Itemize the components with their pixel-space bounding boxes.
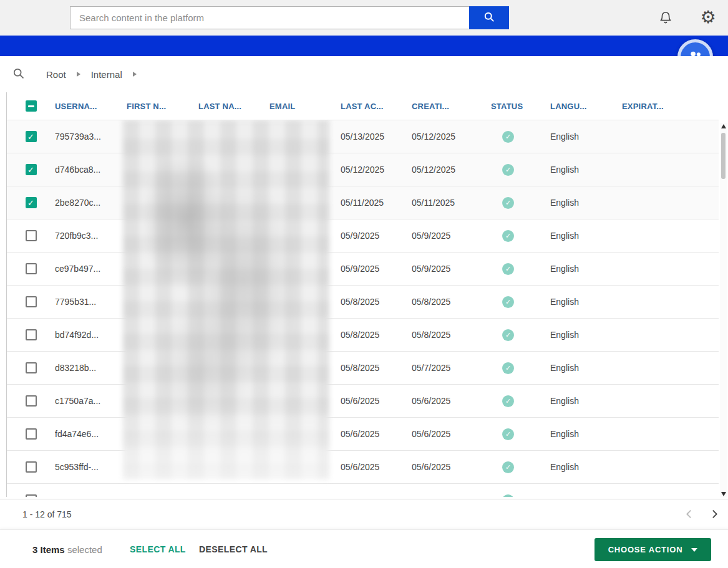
page: ⚙ Root Internal xyxy=(0,0,728,568)
check-circle-icon xyxy=(502,131,514,143)
selected-count-text: 3 Items selected xyxy=(32,544,102,554)
row-checkbox[interactable] xyxy=(26,494,37,497)
table-row[interactable]: 795739a3... 05/13/2025 05/12/2025 Englis… xyxy=(7,120,719,153)
breadcrumb-item-root[interactable]: Root xyxy=(46,69,66,80)
search-input[interactable] xyxy=(70,6,469,29)
row-checkbox[interactable] xyxy=(26,131,37,142)
row-language: English xyxy=(550,231,622,241)
search-icon xyxy=(12,72,25,82)
caret-down-icon xyxy=(691,548,697,552)
row-last-access: 05/6/2025 xyxy=(341,429,412,439)
table-row[interactable]: d83218b... 05/8/2025 05/7/2025 English xyxy=(7,351,719,384)
row-language: English xyxy=(550,198,622,208)
row-checkbox[interactable] xyxy=(26,296,37,307)
row-last-access: 05/6/2025 xyxy=(341,396,412,406)
row-language: English xyxy=(550,132,622,142)
column-header-creation[interactable]: CREATI... xyxy=(412,102,485,111)
scroll-down-arrow-icon[interactable] xyxy=(721,492,726,496)
column-header-expiration[interactable]: EXPIRAT... xyxy=(622,102,719,111)
row-creation: 05/8/2025 xyxy=(412,330,485,340)
pagination-range: 1 - 12 of 715 xyxy=(22,509,72,519)
row-language: English xyxy=(550,462,622,472)
row-last-access: 05/13/2025 xyxy=(341,132,412,142)
chevron-left-icon xyxy=(684,509,694,521)
chevron-right-icon xyxy=(133,72,137,77)
table-row[interactable]: bd74f92d... 05/8/2025 05/8/2025 English xyxy=(7,318,719,351)
row-creation: 05/6/2025 xyxy=(412,462,485,472)
row-checkbox[interactable] xyxy=(26,164,37,175)
row-language: English xyxy=(550,264,622,274)
column-header-last-access[interactable]: LAST AC... xyxy=(341,102,412,111)
table-row[interactable]: 720fb9c3... 05/9/2025 05/9/2025 English xyxy=(7,219,719,252)
table-row[interactable]: 7795b31... 05/8/2025 05/8/2025 English xyxy=(7,285,719,318)
previous-page-button[interactable] xyxy=(681,507,697,523)
select-all-button[interactable]: SELECT ALL xyxy=(130,544,186,554)
row-username: 795739a3... xyxy=(55,132,127,142)
row-language: English xyxy=(550,363,622,373)
check-circle-icon xyxy=(502,395,514,407)
row-last-access: 05/6/2025 xyxy=(341,462,412,472)
row-language: English xyxy=(550,165,622,175)
row-creation: 05/6/2025 xyxy=(412,429,485,439)
row-checkbox[interactable] xyxy=(26,362,37,373)
breadcrumb: Root Internal xyxy=(46,56,137,92)
breadcrumb-item-internal[interactable]: Internal xyxy=(91,69,122,80)
bell-icon xyxy=(659,17,672,26)
column-header-last-name[interactable]: LAST NA... xyxy=(198,102,269,111)
column-header-status[interactable]: STATUS xyxy=(485,102,550,111)
row-username: 720fb9c3... xyxy=(55,231,127,241)
check-circle-icon xyxy=(502,197,514,209)
row-checkbox[interactable] xyxy=(26,263,37,274)
row-creation: 05/7/2025 xyxy=(412,363,485,373)
check-circle-icon xyxy=(502,428,514,440)
row-username: 2be8270c... xyxy=(55,198,127,208)
row-last-access: 05/8/2025 xyxy=(341,297,412,307)
table-row[interactable]: fd4a74e6... 05/6/2025 05/6/2025 English xyxy=(7,417,719,450)
row-checkbox[interactable] xyxy=(26,461,37,473)
table-row[interactable]: 5c953ffd-... 05/6/2025 05/6/2025 English xyxy=(7,450,719,483)
table-row[interactable]: 2be8270c... 05/11/2025 05/11/2025 Englis… xyxy=(7,186,719,219)
row-last-access: 05/8/2025 xyxy=(341,330,412,340)
chevron-right-icon xyxy=(710,509,719,521)
deselect-all-button[interactable]: DESELECT ALL xyxy=(199,544,268,554)
check-circle-icon xyxy=(502,230,514,242)
row-username: 7795b31... xyxy=(55,297,127,307)
row-creation: 05/11/2025 xyxy=(412,198,485,208)
scrollbar-thumb[interactable] xyxy=(721,133,726,179)
table-row[interactable] xyxy=(7,483,719,497)
row-language: English xyxy=(550,297,622,307)
column-header-username[interactable]: USERNA... xyxy=(55,102,127,111)
table-row[interactable]: d746bca8... 05/12/2025 05/12/2025 Englis… xyxy=(7,153,719,186)
gear-icon: ⚙ xyxy=(700,7,716,27)
column-header-language[interactable]: LANGU... xyxy=(550,102,622,111)
table-row[interactable]: c1750a7a... 05/6/2025 05/6/2025 English xyxy=(7,384,719,417)
row-language: English xyxy=(550,330,622,340)
row-checkbox[interactable] xyxy=(26,329,37,340)
choose-action-button[interactable]: CHOOSE ACTION xyxy=(595,538,711,561)
privacy-blur-overlay xyxy=(123,120,329,479)
notifications-button[interactable] xyxy=(658,11,673,26)
row-creation: 05/12/2025 xyxy=(412,165,485,175)
table-search-button[interactable] xyxy=(11,67,25,80)
next-page-button[interactable] xyxy=(706,507,722,523)
scroll-up-arrow-icon[interactable] xyxy=(721,124,726,128)
row-checkbox[interactable] xyxy=(26,230,37,241)
row-creation: 05/6/2025 xyxy=(412,396,485,406)
row-creation: 05/9/2025 xyxy=(412,231,485,241)
column-header-first-name[interactable]: FIRST N... xyxy=(127,102,198,111)
row-last-access: 05/8/2025 xyxy=(341,363,412,373)
select-all-checkbox[interactable] xyxy=(26,100,37,112)
row-last-access: 05/11/2025 xyxy=(341,198,412,208)
check-circle-icon xyxy=(502,296,514,308)
column-header-email[interactable]: EMAIL xyxy=(269,102,341,111)
table-row[interactable]: ce97b497... 05/9/2025 05/9/2025 English xyxy=(7,252,719,285)
check-circle-icon xyxy=(502,362,514,374)
top-bar: ⚙ xyxy=(0,0,728,36)
row-checkbox[interactable] xyxy=(26,395,37,407)
vertical-scrollbar[interactable] xyxy=(720,123,727,498)
settings-button[interactable]: ⚙ xyxy=(698,7,718,28)
row-checkbox[interactable] xyxy=(26,197,37,208)
row-checkbox[interactable] xyxy=(26,428,37,440)
search-button[interactable] xyxy=(469,6,509,29)
row-last-access: 05/9/2025 xyxy=(341,231,412,241)
